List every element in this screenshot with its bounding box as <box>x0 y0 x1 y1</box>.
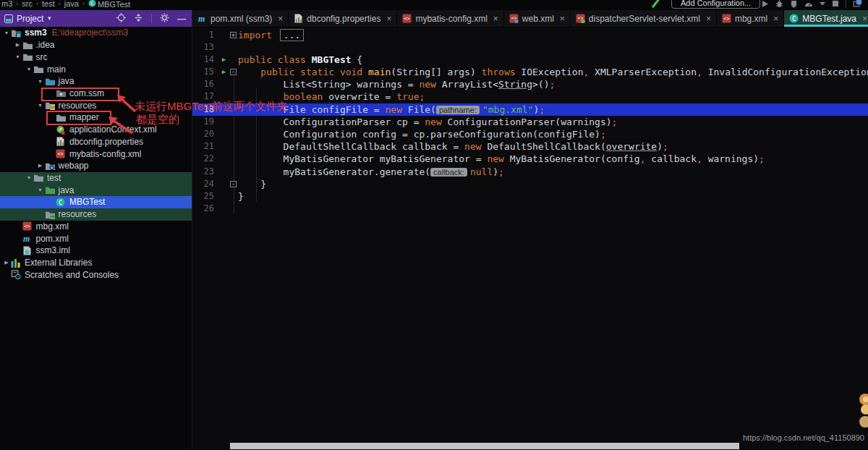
tree-right-arrow-icon[interactable]: ▶ <box>36 163 45 169</box>
code-line-14[interactable]: 14▶public class MBGTest { <box>192 54 868 66</box>
tree-item-src[interactable]: ▼src <box>0 51 192 63</box>
tree-item-webapp[interactable]: ▶webapp <box>0 160 192 172</box>
code-line-25[interactable]: 25} <box>192 190 868 203</box>
horizontal-scrollbar[interactable] <box>230 443 739 449</box>
run-gutter-icon[interactable]: ▶ <box>219 54 229 66</box>
line-number: 25 <box>192 190 219 203</box>
run-gutter-icon[interactable]: ▶ <box>219 66 229 78</box>
gutter-space <box>219 103 229 116</box>
breadcrumb-item-test[interactable]: test <box>42 0 55 8</box>
build-icon[interactable] <box>652 0 660 8</box>
tree-item-applicationcontext-xml[interactable]: applicationContext.xml <box>0 124 192 136</box>
tab-web-xml[interactable]: <>web.xml× <box>504 10 571 27</box>
tree-down-arrow-icon[interactable]: ▼ <box>2 30 11 35</box>
tree-item-resources[interactable]: ▼resources <box>0 99 192 111</box>
code-line-22[interactable]: 22 MyBatisGenerator myBatisGenerator = n… <box>192 153 868 165</box>
code-line-13[interactable]: 13 <box>192 41 868 54</box>
code-line-19[interactable]: 19 ConfigurationParser cp = new Configur… <box>192 116 868 128</box>
code-line-23[interactable]: 23 myBatisGenerator.generate(callback:nu… <box>192 166 868 178</box>
tab-pom-xml-ssm3-[interactable]: mpom.xml (ssm3)× <box>192 10 289 27</box>
hide-panel-icon[interactable]: — <box>177 14 186 24</box>
tree-item-scratches-and-consoles[interactable]: Scratches and Consoles <box>0 268 192 281</box>
tree-item-java[interactable]: ▼java <box>0 75 192 88</box>
tree-item-mapper[interactable]: mapper <box>0 111 192 124</box>
tree-item--idea[interactable]: ▶.idea <box>0 39 192 51</box>
tree-item-mybatis-config-xml[interactable]: <>mybatis-config.xml <box>0 148 192 160</box>
code-line-18[interactable]: 18 File configFile = new File(pathname:"… <box>192 103 868 116</box>
breadcrumb-item-java[interactable]: java <box>64 0 79 8</box>
close-icon[interactable]: × <box>560 14 565 24</box>
line-number: 13 <box>192 41 219 54</box>
token-k: null <box>470 166 493 177</box>
tree-item-ssm3-iml[interactable]: ssm3.iml <box>0 245 192 257</box>
add-configuration-button[interactable]: Add Configuration... <box>671 0 760 9</box>
run-icon[interactable] <box>761 0 769 8</box>
svg-text:m: m <box>198 14 205 23</box>
tree-item-resources[interactable]: resources <box>0 208 192 221</box>
tab-mybatis-config-xml[interactable]: <>mybatis-config.xml× <box>397 10 503 27</box>
breadcrumb-item-m3[interactable]: m3 <box>1 0 12 8</box>
tree-item-mbgtest[interactable]: CMBGTest <box>0 196 192 208</box>
tab-dbconfig-properties[interactable]: dbconfig.properties× <box>289 10 397 27</box>
token-o: , <box>697 153 702 164</box>
tree-down-arrow-icon[interactable]: ▼ <box>36 187 45 192</box>
fold-minus-icon[interactable]: - <box>229 66 238 78</box>
stop-icon[interactable] <box>832 0 839 7</box>
tree-item-ssm3[interactable]: ▼ssm3E:\ideaproject\ssm3 <box>0 27 192 39</box>
tab-mbgtest-java[interactable]: CMBGTest.java× <box>784 10 868 27</box>
code-line-24[interactable]: 24- } <box>192 178 868 190</box>
code-line-20[interactable]: 20 Configuration config = cp.parseConfig… <box>192 128 868 140</box>
window-icon[interactable] <box>853 0 862 8</box>
tree-down-arrow-icon[interactable]: ▼ <box>36 103 45 108</box>
profiler-icon[interactable] <box>804 0 813 8</box>
tree-item-label: resources <box>59 101 97 111</box>
close-icon[interactable]: × <box>773 14 778 24</box>
tree-item-java[interactable]: ▼java <box>0 184 192 196</box>
tree-item-pom-xml[interactable]: mpom.xml <box>0 232 192 245</box>
tree-right-arrow-icon[interactable]: ▶ <box>14 42 22 48</box>
close-icon[interactable]: × <box>706 14 711 24</box>
breadcrumb-item-mbgtest[interactable]: CMBGTest <box>88 0 130 9</box>
code-line-26[interactable]: 26 <box>192 203 868 215</box>
tree-item-com-ssm[interactable]: com.ssm <box>0 88 192 100</box>
tree-right-arrow-icon[interactable]: ▶ <box>2 260 11 266</box>
fold-plus-icon[interactable]: + <box>229 29 238 41</box>
token-p: File( <box>402 104 436 115</box>
profiler-caret-icon[interactable] <box>820 1 825 6</box>
code-editor[interactable]: 1+import ...1314▶public class MBGTest {1… <box>192 27 868 215</box>
tree-item-main[interactable]: ▼main <box>0 63 192 75</box>
tab-mbg-xml[interactable]: <>mbg.xml× <box>717 10 784 27</box>
breadcrumb-item-src[interactable]: src <box>22 0 33 8</box>
close-icon[interactable]: × <box>386 14 391 24</box>
tree-down-arrow-icon[interactable]: ▼ <box>14 54 22 59</box>
coverage-icon[interactable] <box>790 0 798 8</box>
tree-down-arrow-icon[interactable]: ▼ <box>36 79 45 84</box>
code-line-21[interactable]: 21 DefaultShellCallback callback = new D… <box>192 140 868 153</box>
debug-icon[interactable] <box>775 0 783 8</box>
line-number: 1 <box>192 29 219 41</box>
gear-icon[interactable] <box>160 13 169 25</box>
code-line-17[interactable]: 17 boolean overwrite = true; <box>192 90 868 103</box>
tree-down-arrow-icon[interactable]: ▼ <box>25 175 33 180</box>
code-line-16[interactable]: 16 List<String> warnings = new ArrayList… <box>192 78 868 90</box>
close-icon[interactable]: × <box>493 14 498 24</box>
fold-end-icon[interactable]: - <box>229 178 238 190</box>
tab-dispatcherservlet-servlet-xml[interactable]: <>dispatcherServlet-servlet.xml× <box>571 10 717 27</box>
close-icon[interactable]: × <box>862 14 867 24</box>
tree-down-arrow-icon[interactable]: ▼ <box>25 67 33 72</box>
svg-text:C: C <box>792 15 796 22</box>
close-icon[interactable]: × <box>278 14 283 24</box>
token-o: ; <box>539 104 545 115</box>
collapse-all-icon[interactable] <box>134 13 143 25</box>
code-line-1[interactable]: 1+import ... <box>192 29 868 41</box>
locate-file-icon[interactable] <box>116 13 126 25</box>
tree-item-test[interactable]: ▼test <box>0 172 192 184</box>
tree-item-dbconfig-properties[interactable]: dbconfig.properties <box>0 135 192 148</box>
tree-item-mbg-xml[interactable]: <>mbg.xml <box>0 221 192 233</box>
code-line-15[interactable]: 15▶- public static void main(String[] ar… <box>192 66 868 78</box>
token-o: , <box>640 153 646 164</box>
project-panel-title[interactable]: Project <box>17 14 43 24</box>
line-number: 19 <box>192 116 219 128</box>
tree-item-external-libraries[interactable]: ▶External Libraries <box>0 257 192 269</box>
chevron-down-icon[interactable]: ▼ <box>46 15 52 22</box>
